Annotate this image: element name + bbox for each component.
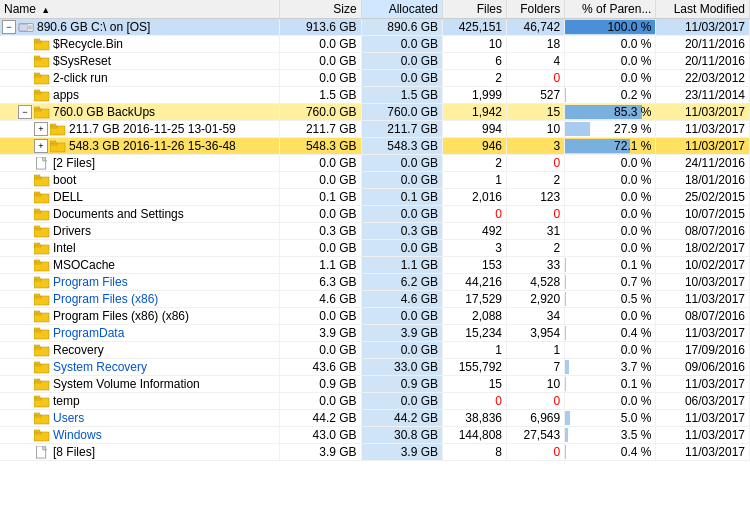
pct-cell: 0.2 % <box>565 87 656 104</box>
name-cell[interactable]: [2 Files] <box>0 155 280 172</box>
name-cell[interactable]: temp <box>0 393 280 410</box>
name-cell[interactable]: Users <box>0 410 280 427</box>
name-cell[interactable]: − 890.6 GB C:\ on [OS] <box>0 19 280 36</box>
size-cell: 760.0 GB <box>280 104 361 121</box>
svg-rect-72 <box>34 432 41 434</box>
svg-marker-49 <box>34 294 40 296</box>
files-cell: 1,942 <box>443 104 507 121</box>
name-cell[interactable]: $SysReset <box>0 53 280 70</box>
name-cell[interactable]: Drivers <box>0 223 280 240</box>
pct-text: 0.5 % <box>565 292 655 306</box>
row-name-text: MSOCache <box>53 258 115 272</box>
col-name[interactable]: Name ▲ <box>0 0 280 19</box>
size-cell: 0.0 GB <box>280 53 361 70</box>
allocated-cell: 0.0 GB <box>361 240 442 257</box>
pct-text: 72.1 % <box>565 139 655 153</box>
col-size[interactable]: Size <box>280 0 361 19</box>
files-cell: 1 <box>443 342 507 359</box>
name-cell[interactable]: Windows <box>0 427 280 444</box>
name-cell[interactable]: DELL <box>0 189 280 206</box>
modified-cell: 11/03/2017 <box>656 291 750 308</box>
svg-rect-27 <box>34 177 41 179</box>
row-name-text: apps <box>53 88 79 102</box>
expand-button[interactable]: + <box>34 122 48 136</box>
folders-cell: 31 <box>507 223 565 240</box>
size-cell: 1.1 GB <box>280 257 361 274</box>
name-cell[interactable]: + 211.7 GB 2016-11-25 13-01-59 <box>0 121 280 138</box>
col-files[interactable]: Files <box>443 0 507 19</box>
table-row[interactable]: ProgramData3.9 GB3.9 GB15,2343,9540.4 %1… <box>0 325 750 342</box>
modified-cell: 08/07/2016 <box>656 308 750 325</box>
table-row[interactable]: 2-click run0.0 GB0.0 GB200.0 %22/03/2012 <box>0 70 750 87</box>
table-row[interactable]: + 548.3 GB 2016-11-26 15-36-48548.3 GB54… <box>0 138 750 155</box>
table-row[interactable]: $SysReset0.0 GB0.0 GB640.0 %20/11/2016 <box>0 53 750 70</box>
files-cell: 38,836 <box>443 410 507 427</box>
expand-button[interactable]: + <box>34 139 48 153</box>
folders-cell: 33 <box>507 257 565 274</box>
modified-cell: 11/03/2017 <box>656 427 750 444</box>
name-cell[interactable]: Program Files <box>0 274 280 291</box>
pct-text: 0.0 % <box>565 173 655 187</box>
col-pct[interactable]: % of Paren... <box>565 0 656 19</box>
name-cell[interactable]: Program Files (x86) (x86) <box>0 308 280 325</box>
table-row[interactable]: temp0.0 GB0.0 GB000.0 %06/03/2017 <box>0 393 750 410</box>
name-cell[interactable]: Intel <box>0 240 280 257</box>
files-cell: 2,088 <box>443 308 507 325</box>
name-cell[interactable]: MSOCache <box>0 257 280 274</box>
allocated-cell: 3.9 GB <box>361 325 442 342</box>
table-row[interactable]: System Volume Information0.9 GB0.9 GB151… <box>0 376 750 393</box>
table-row[interactable]: + 211.7 GB 2016-11-25 13-01-59211.7 GB21… <box>0 121 750 138</box>
table-row[interactable]: Program Files (x86)4.6 GB4.6 GB17,5292,9… <box>0 291 750 308</box>
name-cell[interactable]: Documents and Settings <box>0 206 280 223</box>
name-cell[interactable]: ProgramData <box>0 325 280 342</box>
svg-rect-22 <box>50 143 57 145</box>
name-cell[interactable]: $Recycle.Bin <box>0 36 280 53</box>
name-cell[interactable]: + 548.3 GB 2016-11-26 15-36-48 <box>0 138 280 155</box>
table-row[interactable]: − 760.0 GB BackUps760.0 GB760.0 GB1,9421… <box>0 104 750 121</box>
name-cell[interactable]: 2-click run <box>0 70 280 87</box>
name-cell[interactable]: [8 Files] <box>0 444 280 461</box>
col-allocated[interactable]: Allocated <box>361 0 442 19</box>
file-tree-container[interactable]: Name ▲ Size Allocated Files Folders % of… <box>0 0 750 527</box>
allocated-cell: 0.1 GB <box>361 189 442 206</box>
name-cell[interactable]: − 760.0 GB BackUps <box>0 104 280 121</box>
table-row[interactable]: boot0.0 GB0.0 GB120.0 %18/01/2016 <box>0 172 750 189</box>
collapse-button[interactable]: − <box>18 105 32 119</box>
table-row[interactable]: Documents and Settings0.0 GB0.0 GB000.0 … <box>0 206 750 223</box>
row-name-text: Drivers <box>53 224 91 238</box>
table-row[interactable]: Users44.2 GB44.2 GB38,8366,9695.0 %11/03… <box>0 410 750 427</box>
svg-marker-43 <box>34 260 40 262</box>
table-row[interactable]: − 890.6 GB C:\ on [OS]913.6 GB890.6 GB42… <box>0 19 750 36</box>
folder-icon <box>34 242 50 255</box>
table-row[interactable]: apps1.5 GB1.5 GB1,9995270.2 %23/11/2014 <box>0 87 750 104</box>
row-name-text: 211.7 GB 2016-11-25 13-01-59 <box>69 122 236 136</box>
col-folders[interactable]: Folders <box>507 0 565 19</box>
pct-text: 0.0 % <box>565 207 655 221</box>
table-row[interactable]: [8 Files]3.9 GB3.9 GB800.4 %11/03/2017 <box>0 444 750 461</box>
row-name-text: [8 Files] <box>53 445 95 459</box>
collapse-button[interactable]: − <box>2 20 16 34</box>
table-row[interactable]: MSOCache1.1 GB1.1 GB153330.1 %10/02/2017 <box>0 257 750 274</box>
name-cell[interactable]: Program Files (x86) <box>0 291 280 308</box>
svg-marker-46 <box>34 277 40 279</box>
table-row[interactable]: [2 Files]0.0 GB0.0 GB200.0 %24/11/2016 <box>0 155 750 172</box>
pct-text: 0.4 % <box>565 445 655 459</box>
pct-text: 0.0 % <box>565 156 655 170</box>
table-row[interactable]: System Recovery43.6 GB33.0 GB155,79273.7… <box>0 359 750 376</box>
table-row[interactable]: Program Files (x86) (x86)0.0 GB0.0 GB2,0… <box>0 308 750 325</box>
table-row[interactable]: Drivers0.3 GB0.3 GB492310.0 %08/07/2016 <box>0 223 750 240</box>
name-cell[interactable]: apps <box>0 87 280 104</box>
name-cell[interactable]: Recovery <box>0 342 280 359</box>
table-row[interactable]: Windows43.0 GB30.8 GB144,80827,5433.5 %1… <box>0 427 750 444</box>
name-cell[interactable]: System Volume Information <box>0 376 280 393</box>
table-row[interactable]: Recovery0.0 GB0.0 GB110.0 %17/09/2016 <box>0 342 750 359</box>
table-row[interactable]: Program Files6.3 GB6.2 GB44,2164,5280.7 … <box>0 274 750 291</box>
pct-text: 0.1 % <box>565 377 655 391</box>
table-row[interactable]: DELL0.1 GB0.1 GB2,0161230.0 %25/02/2015 <box>0 189 750 206</box>
pct-cell: 27.9 % <box>565 121 656 138</box>
name-cell[interactable]: boot <box>0 172 280 189</box>
table-row[interactable]: $Recycle.Bin0.0 GB0.0 GB10180.0 %20/11/2… <box>0 36 750 53</box>
name-cell[interactable]: System Recovery <box>0 359 280 376</box>
col-modified[interactable]: Last Modified <box>656 0 750 19</box>
table-row[interactable]: Intel0.0 GB0.0 GB320.0 %18/02/2017 <box>0 240 750 257</box>
